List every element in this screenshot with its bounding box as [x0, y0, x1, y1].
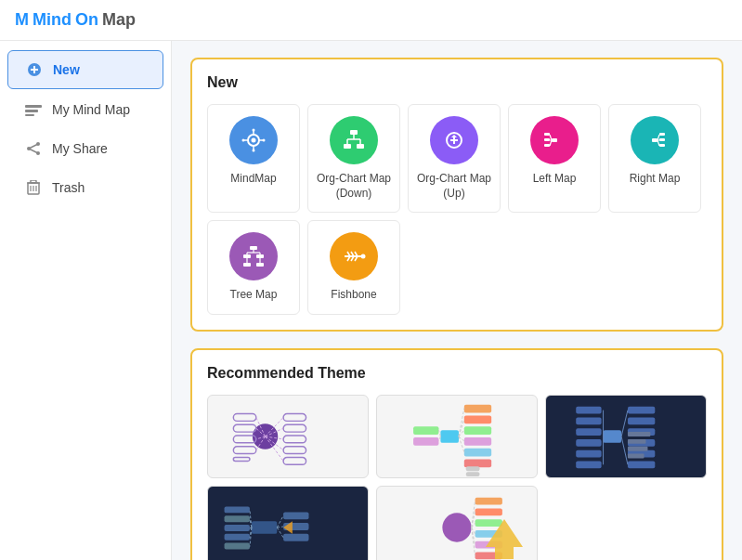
svg-rect-110	[628, 417, 655, 424]
svg-rect-46	[659, 138, 665, 141]
svg-rect-53	[256, 254, 264, 258]
logo: M Mind On Map	[15, 10, 136, 30]
svg-rect-108	[604, 430, 622, 443]
svg-line-41	[550, 135, 552, 140]
logo-icon: M	[15, 10, 29, 30]
svg-line-48	[657, 135, 659, 140]
svg-line-50	[657, 140, 659, 146]
svg-rect-95	[464, 448, 491, 456]
svg-point-18	[252, 138, 256, 143]
svg-rect-29	[357, 144, 364, 149]
tree-map-icon	[229, 232, 278, 280]
svg-rect-73	[283, 436, 306, 443]
theme-item-5[interactable]	[376, 486, 538, 560]
svg-line-124	[621, 436, 628, 464]
svg-rect-51	[250, 246, 257, 250]
svg-rect-80	[233, 457, 250, 461]
svg-rect-37	[552, 138, 557, 142]
svg-point-24	[253, 150, 255, 152]
app-layout: New My Mind Map My Share Trash New	[0, 41, 742, 560]
template-right-map[interactable]: Right Map	[608, 104, 701, 213]
theme-item-3[interactable]	[545, 395, 707, 478]
sidebar-item-trash-label: Trash	[52, 180, 85, 195]
svg-rect-77	[233, 424, 255, 432]
svg-rect-126	[628, 439, 646, 444]
svg-rect-5	[25, 114, 34, 116]
template-left-map[interactable]: Left Map	[508, 104, 601, 213]
svg-rect-94	[464, 437, 491, 446]
org-chart-down-label: Org-Chart Map(Down)	[317, 172, 391, 201]
tree-map-label: Tree Map	[230, 288, 278, 303]
svg-rect-91	[464, 405, 491, 413]
svg-rect-128	[628, 453, 644, 458]
fishbone-label: Fishbone	[331, 288, 376, 303]
sidebar-item-my-mind-map[interactable]: My Mind Map	[7, 91, 163, 128]
svg-rect-72	[283, 424, 306, 432]
svg-rect-52	[243, 254, 251, 258]
svg-rect-134	[225, 515, 250, 522]
new-section-title: New	[207, 74, 707, 91]
sidebar-item-my-share[interactable]: My Share	[7, 130, 163, 167]
svg-rect-47	[659, 144, 665, 147]
svg-rect-115	[576, 407, 601, 414]
theme-item-1[interactable]	[207, 395, 369, 478]
svg-point-23	[253, 129, 255, 132]
svg-rect-38	[544, 133, 550, 136]
svg-rect-92	[464, 415, 491, 423]
svg-rect-79	[233, 447, 255, 454]
svg-rect-98	[413, 437, 438, 446]
svg-rect-117	[576, 428, 601, 436]
sidebar-item-mind-map-label: My Mind Map	[52, 102, 130, 117]
svg-rect-71	[283, 413, 306, 421]
template-org-chart-down[interactable]: Org-Chart Map(Down)	[307, 104, 400, 213]
svg-rect-129	[252, 521, 277, 534]
template-mindmap[interactable]: MindMap	[207, 104, 300, 213]
fishbone-icon	[330, 232, 378, 280]
svg-rect-137	[225, 542, 250, 549]
theme-item-2[interactable]	[376, 395, 538, 478]
svg-rect-39	[544, 138, 550, 141]
svg-rect-4	[25, 110, 38, 112]
sidebar-item-new[interactable]: New	[7, 50, 163, 89]
svg-rect-96	[464, 459, 491, 467]
right-map-icon	[631, 116, 679, 164]
logo-text-map: Map	[102, 10, 136, 30]
template-org-chart-up[interactable]: Org-Chart Map (Up)	[408, 104, 501, 213]
svg-rect-55	[256, 263, 264, 267]
svg-point-26	[263, 139, 266, 142]
svg-line-106	[438, 430, 440, 436]
trash-icon	[24, 178, 43, 197]
arrow-indicator	[481, 514, 527, 560]
svg-rect-133	[225, 506, 250, 513]
new-icon	[25, 60, 44, 79]
theme-item-4[interactable]	[207, 486, 369, 560]
org-chart-up-label: Org-Chart Map (Up)	[416, 172, 492, 201]
template-tree-map[interactable]: Tree Map	[207, 220, 300, 315]
org-chart-down-icon	[330, 116, 378, 164]
svg-marker-162	[486, 519, 523, 559]
svg-rect-97	[413, 426, 438, 435]
logo-text-mind: Mind	[33, 10, 72, 30]
mind-map-icon	[24, 100, 43, 119]
svg-line-141	[277, 527, 283, 538]
mindmap-icon	[229, 116, 278, 164]
svg-rect-93	[464, 426, 491, 435]
left-map-label: Left Map	[533, 172, 577, 187]
left-map-icon	[530, 116, 579, 164]
svg-rect-120	[576, 461, 601, 468]
svg-point-63	[361, 254, 366, 259]
svg-rect-109	[628, 407, 655, 414]
svg-line-107	[438, 436, 440, 441]
org-chart-up-icon	[430, 116, 478, 164]
svg-rect-100	[466, 472, 480, 476]
svg-line-123	[621, 410, 628, 436]
header: M Mind On Map	[0, 0, 742, 41]
main-content: New MindMap Org-Chart Map(Down)	[172, 41, 742, 560]
svg-line-155	[472, 512, 475, 527]
svg-point-25	[242, 139, 245, 142]
svg-rect-116	[576, 417, 601, 424]
template-fishbone[interactable]: Fishbone	[307, 220, 400, 315]
sidebar-item-trash[interactable]: Trash	[7, 169, 163, 206]
svg-rect-130	[283, 512, 308, 519]
svg-rect-76	[233, 413, 255, 421]
